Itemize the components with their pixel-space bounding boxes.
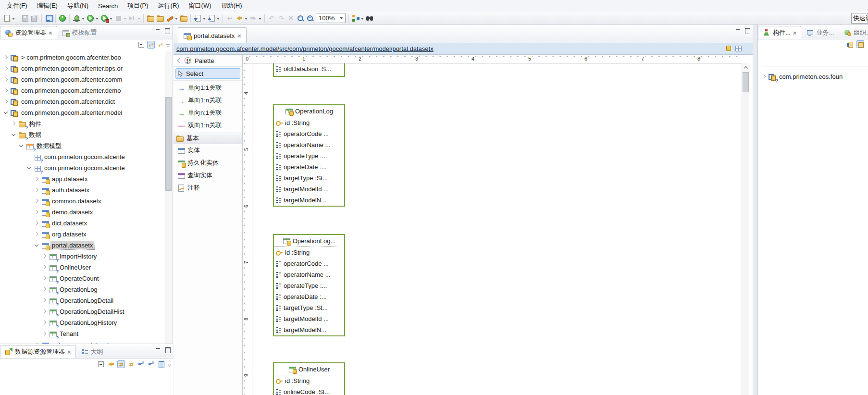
back-dropdown-icon[interactable] [244,15,248,22]
quick-access-box[interactable]: 快速访问 [851,13,868,24]
debug-button[interactable] [72,13,81,24]
save-button[interactable] [20,13,30,24]
package-view-icon[interactable] [856,40,864,48]
close-icon[interactable] [49,29,52,37]
entity-field-row[interactable]: operateDate :... [274,291,344,302]
tab-portal-datasetx[interactable]: portal.datasetx [178,27,247,43]
entity-box-operationlog[interactable]: OperationLog id :String operatorCode ...… [273,104,345,207]
forward-dropdown-icon[interactable] [258,15,262,22]
maximize-button[interactable] [744,27,751,34]
open-project-button[interactable] [146,13,155,24]
chevron-collapsed-icon[interactable] [3,65,9,72]
view-menu-icon[interactable] [166,41,170,49]
tree-item[interactable]: com.primeton.gocom.afcenter.dict [0,96,165,107]
grid-view-icon[interactable] [734,44,742,52]
entity-field-row[interactable]: onlineCode :St... [274,386,344,395]
chevron-collapsed-icon[interactable] [3,76,9,83]
undo-button[interactable] [267,13,276,24]
stop-button[interactable] [113,13,123,24]
horizontal-ruler[interactable]: 0 1 2 3 4 5 6 7 8 [243,55,742,63]
redo-button[interactable] [276,13,286,24]
chevron-collapsed-icon[interactable] [34,176,40,182]
menu-search[interactable]: Search [93,1,123,11]
sync-icon[interactable] [157,41,164,49]
delete-button[interactable] [286,13,296,24]
chevron-collapsed-icon[interactable] [41,331,48,337]
entity-field-row[interactable]: operateDate :... [274,161,344,173]
deploy-button[interactable] [165,13,174,24]
collapse-all-icon[interactable] [97,360,105,368]
package-button[interactable] [179,13,188,24]
tab-components[interactable]: 构件... [758,26,801,39]
run-button[interactable] [86,13,95,24]
tree-item[interactable]: demo.datasetx [0,207,165,218]
tool-relation-n-1[interactable]: 单向n:1关联 [174,107,242,119]
chevron-collapsed-icon[interactable] [34,220,40,226]
profile-button[interactable] [99,13,109,24]
menu-run[interactable]: 运行(R) [153,0,184,12]
entity-field-row[interactable]: operatorCode ... [274,258,344,269]
entity-field-row[interactable]: targetModelId ... [274,184,344,195]
tab-datasource-explorer[interactable]: 数据源资源管理器 [0,345,76,358]
tree-item[interactable]: OnlineUser [0,262,165,273]
tree-item[interactable]: com.primeton.eos.foun [758,71,868,82]
tool-entity[interactable]: 实体 [174,144,242,157]
chevron-collapsed-icon[interactable] [34,231,40,237]
tree-item[interactable]: auth.datasetx [0,185,165,196]
chevron-collapsed-icon[interactable] [3,87,9,94]
link-with-editor-icon[interactable] [147,41,155,49]
chevron-expanded-icon[interactable] [34,242,40,248]
entity-field-row[interactable]: id :String [274,375,344,386]
entity-field-row[interactable]: operatorCode ... [274,128,344,139]
tree-item[interactable]: com.primeton.gocom.afcente [0,151,165,162]
canvas-vertical-scrollbar[interactable] [742,63,749,395]
layout-dropdown-icon[interactable] [360,15,365,22]
tree-item[interactable]: 数据模型 [0,140,165,151]
new-wizard-button[interactable] [2,13,12,24]
save-all-button[interactable] [30,13,39,24]
tool-annotation[interactable]: 注释 [174,182,242,194]
tree-item[interactable]: ImportHistory [0,251,165,262]
run-dropdown-icon[interactable] [95,15,99,22]
collapse-all-icon[interactable] [137,41,145,49]
search-button[interactable] [365,13,374,24]
tree-item[interactable]: 数据 [0,129,165,140]
minimize-button[interactable] [155,346,162,353]
menu-project[interactable]: 项目(P) [123,0,153,12]
scrollbar-thumb[interactable] [165,97,172,191]
chevron-collapsed-icon[interactable] [34,198,40,204]
maximize-button[interactable] [163,27,171,34]
diagram-canvas[interactable]: oldDataJson :S... Data OperationLog id :… [252,63,742,395]
tree-item[interactable]: com.primeton.gocom.afcenter.comm [0,74,165,85]
tree-item-selected[interactable]: portal.datasetx [0,240,165,251]
link-with-editor-icon[interactable] [117,360,125,368]
tab-business[interactable]: 业务... [801,26,839,39]
palette-header[interactable]: Palette [174,55,242,67]
tab-outline[interactable]: 大纲 [76,345,108,358]
open-folder-button[interactable] [155,13,165,24]
entity-field-row[interactable]: targetType :St... [274,173,344,184]
check-out-button[interactable] [207,13,216,24]
entity-field-row[interactable]: targetModelN... [274,195,344,206]
palette-select-tool[interactable]: Select [175,68,240,79]
tree-item[interactable]: com.primeton.gocom.afcenter.model [0,107,165,118]
tree-item[interactable]: OperationLogHistory [0,317,165,328]
tree-item[interactable]: OperationLogDetail [0,295,165,306]
entity-header[interactable]: OnlineUser [274,363,344,375]
entity-field-row[interactable]: operateType :... [274,150,344,161]
stop-dropdown-icon[interactable] [123,15,127,22]
entity-field-row[interactable]: id :String [274,117,344,128]
chevron-collapsed-icon[interactable] [761,74,767,80]
tree-item[interactable]: OperationLogDetailHist [0,306,165,317]
tree-item[interactable]: com.primeton.gocom.afcenter.bps.or [0,63,165,74]
entity-field-row[interactable]: targetType :St... [274,302,344,313]
entity-field-row[interactable]: targetModelId ... [274,313,344,324]
component-filter-input[interactable] [762,55,868,66]
tree-item[interactable]: org.datasetx [0,229,165,240]
entity-field-row[interactable]: operatorName ... [274,269,344,280]
new-dropdown-icon[interactable] [12,15,16,22]
forward-button[interactable] [248,13,258,24]
chevron-expanded-icon[interactable] [18,143,25,149]
tool-relation-1-n[interactable]: 单向1:n关联 [174,94,242,107]
refresh-icon[interactable] [127,360,135,368]
